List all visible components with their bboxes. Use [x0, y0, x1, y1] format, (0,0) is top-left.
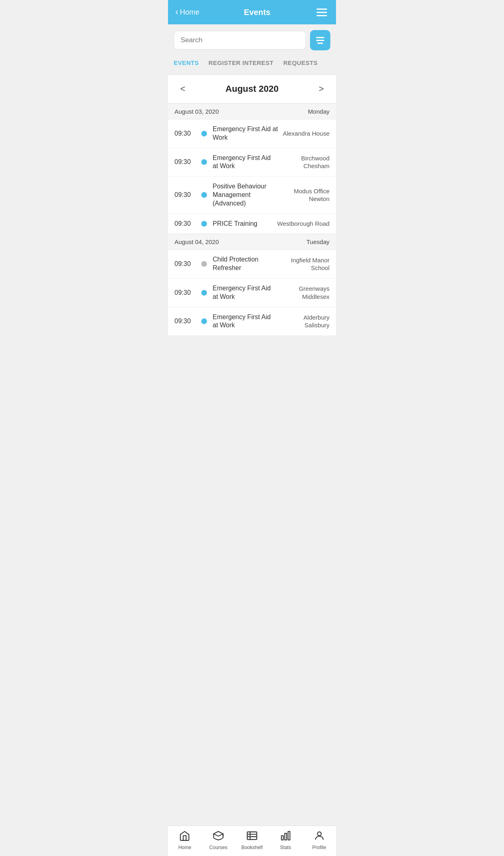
- event-location: Birchwood Chesham: [277, 154, 330, 170]
- menu-line-1: [317, 9, 327, 10]
- event-name: PRICE Training: [213, 220, 277, 228]
- event-time: 09:30: [174, 260, 196, 268]
- month-navigator: < August 2020 >: [168, 75, 336, 104]
- events-list: August 03, 2020 Monday 09:30 Emergency F…: [168, 104, 336, 336]
- page-title: Events: [244, 8, 271, 17]
- event-time: 09:30: [174, 158, 196, 166]
- tab-bar: EVENTS REGISTER INTEREST REQUESTS: [168, 54, 336, 75]
- event-row[interactable]: 09:30 Emergency First Aid at Work Birchw…: [168, 148, 336, 177]
- date-label: August 03, 2020: [174, 108, 219, 115]
- filter-list-icon: [316, 37, 324, 44]
- event-status-dot: [201, 131, 207, 136]
- event-row[interactable]: 09:30 Emergency First Aid at Work Alexan…: [168, 119, 336, 148]
- event-status-dot: [201, 261, 207, 267]
- event-name: Emergency First Aid at Work: [213, 313, 277, 330]
- event-name: Positive Behaviour Management (Advanced): [213, 182, 277, 208]
- day-label: Monday: [308, 108, 330, 115]
- current-month-label: August 2020: [226, 84, 279, 94]
- event-time: 09:30: [174, 318, 196, 325]
- event-name: Child Protection Refresher: [213, 255, 277, 272]
- back-button[interactable]: ‹ Home: [175, 7, 199, 17]
- tab-events[interactable]: EVENTS: [174, 56, 203, 69]
- event-location: Modus Office Newton: [277, 187, 330, 203]
- menu-line-2: [317, 12, 327, 13]
- prev-month-button[interactable]: <: [176, 82, 190, 96]
- event-status-dot: [201, 159, 207, 165]
- event-time: 09:30: [174, 191, 196, 199]
- event-name: Emergency First Aid at Work: [213, 154, 277, 171]
- event-time: 09:30: [174, 130, 196, 137]
- next-month-button[interactable]: >: [314, 82, 328, 96]
- filter-button[interactable]: [310, 30, 330, 50]
- day-label: Tuesday: [306, 238, 330, 245]
- search-input-container: [174, 31, 306, 50]
- event-location: Alderbury Salisbury: [277, 313, 330, 329]
- event-status-dot: [201, 290, 207, 296]
- app-header: ‹ Home Events: [168, 0, 336, 24]
- back-arrow-icon: ‹: [175, 7, 178, 17]
- back-label: Home: [180, 8, 199, 17]
- event-row[interactable]: 09:30 Emergency First Aid at Work Alderb…: [168, 307, 336, 336]
- date-group-header: August 03, 2020 Monday: [168, 104, 336, 119]
- event-name: Emergency First Aid at Work: [213, 125, 283, 142]
- event-location: Greenways Middlesex: [277, 285, 330, 300]
- event-name: Emergency First Aid at Work: [213, 284, 277, 301]
- event-status-dot: [201, 192, 207, 198]
- event-location: Westborough Road: [277, 220, 330, 228]
- hamburger-menu-button[interactable]: [315, 7, 329, 18]
- event-row[interactable]: 09:30 PRICE Training Westborough Road: [168, 214, 336, 234]
- event-time: 09:30: [174, 289, 196, 296]
- event-row[interactable]: 09:30 Positive Behaviour Management (Adv…: [168, 177, 336, 214]
- date-group-header: August 04, 2020 Tuesday: [168, 234, 336, 250]
- tab-register-interest[interactable]: REGISTER INTEREST: [209, 56, 278, 69]
- event-status-dot: [201, 221, 207, 227]
- event-time: 09:30: [174, 220, 196, 227]
- tab-requests[interactable]: REQUESTS: [283, 56, 322, 69]
- search-input[interactable]: [181, 36, 299, 44]
- event-status-dot: [201, 318, 207, 324]
- event-row[interactable]: 09:30 Child Protection Refresher Ingfiel…: [168, 250, 336, 279]
- event-location: Ingfield Manor School: [277, 256, 330, 272]
- search-section: [168, 24, 336, 54]
- menu-line-3: [317, 15, 327, 16]
- event-row[interactable]: 09:30 Emergency First Aid at Work Greenw…: [168, 279, 336, 307]
- event-location: Alexandra House: [283, 130, 330, 138]
- date-label: August 04, 2020: [174, 238, 219, 245]
